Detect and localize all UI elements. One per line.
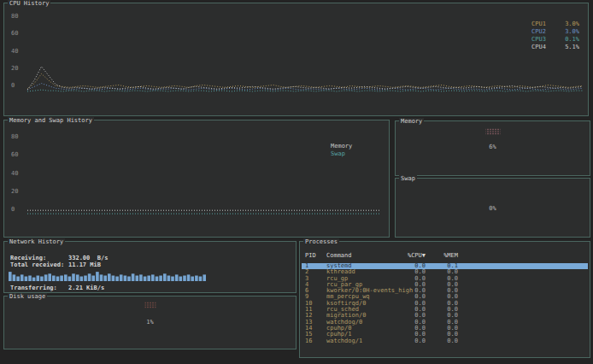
cpu-tick: 40	[11, 49, 18, 55]
total-received-label: Total received:	[10, 261, 68, 268]
cpu-tick: 60	[11, 31, 18, 37]
network-history-panel: Network History Receiving: 332.00 B/s To…	[3, 241, 296, 293]
network-history-title: Network History	[8, 238, 65, 245]
legend-item-cpu2: CPU23.0%	[531, 28, 579, 35]
process-mem: 0.0	[426, 338, 458, 344]
swap-gauge-title: Swap	[399, 175, 417, 182]
disk-usage-value: 1%	[4, 319, 296, 326]
cpu-legend: CPU13.0%CPU23.0%CPU30.1%CPU45.1%	[531, 21, 579, 50]
legend-item-memory: Memory	[331, 143, 379, 150]
process-pid: 16	[305, 338, 326, 344]
system-monitor-screen: CPU History 80 60 40 20 0 CPU13.0%CPU23.…	[0, 0, 593, 364]
column-header-pid[interactable]: PID	[305, 252, 326, 259]
memory-swap-history-panel: Memory and Swap History 80 60 40 20 0 Me…	[3, 120, 390, 238]
cpu-y-axis: 80 60 40 20 0	[11, 14, 18, 89]
memswap-tick: 40	[11, 171, 18, 177]
process-row-filler	[458, 326, 588, 332]
process-row-filler	[458, 307, 588, 313]
network-receiving-line: Receiving: 332.00 B/s	[10, 255, 108, 261]
cpu-tick: 0	[11, 83, 18, 89]
memory-gauge-panel: Memory 6%	[395, 120, 590, 176]
process-row-filler	[458, 276, 588, 282]
transferring-label: Transferring:	[10, 285, 68, 291]
cpu-history-panel: CPU History 80 60 40 20 0 CPU13.0%CPU23.…	[3, 3, 589, 116]
network-total-received-line: Total received: 11.17 MiB	[10, 261, 101, 268]
memswap-tick: 80	[11, 134, 18, 140]
memory-usage-value: 6%	[396, 144, 590, 150]
process-row-filler	[458, 313, 588, 319]
column-header-mem[interactable]: %MEM	[426, 252, 458, 259]
process-command: watchdog/1	[326, 338, 398, 344]
legend-item-cpu4: CPU45.1%	[531, 44, 579, 50]
total-received-value: 11.17 MiB	[68, 261, 101, 268]
transferring-value: 2.21 KiB/s	[68, 285, 104, 291]
receiving-value: 332.00 B/s	[68, 255, 108, 261]
processes-panel: Processes PID Command %CPU▼ %MEM 1system…	[299, 241, 590, 358]
memory-gauge-title: Memory	[399, 118, 424, 125]
process-row-filler	[458, 294, 588, 300]
memswap-tick: 0	[11, 207, 18, 213]
process-row-filler	[458, 338, 588, 344]
process-row-filler	[458, 269, 588, 275]
cpu-tick: 80	[11, 14, 18, 20]
process-row-filler	[458, 301, 588, 307]
process-row-filler	[458, 288, 588, 294]
processes-header-row: PID Command %CPU▼ %MEM	[305, 252, 586, 259]
process-rows: 1systemd0.00.12kthreadd0.00.03rcu_gp0.00…	[302, 263, 588, 344]
column-header-cpu-sort[interactable]: %CPU▼	[398, 252, 426, 259]
process-row-filler	[458, 332, 588, 338]
memory-swap-history-title: Memory and Swap History	[8, 117, 94, 124]
process-row-filler	[458, 263, 588, 269]
process-cpu: 0.0	[398, 338, 426, 344]
network-receive-sparkline	[9, 268, 207, 279]
memory-usage-dots	[485, 128, 500, 135]
cpu-history-chart	[26, 14, 584, 93]
legend-item-swap: Swap	[331, 150, 379, 157]
processes-title: Processes	[303, 238, 339, 245]
memswap-tick: 20	[11, 189, 18, 195]
legend-item-cpu3: CPU30.1%	[531, 36, 579, 43]
column-header-command[interactable]: Command	[326, 252, 398, 259]
process-row-watchdog/1[interactable]: 16watchdog/10.00.0	[302, 338, 588, 344]
memory-swap-history-chart	[26, 136, 382, 218]
legend-item-cpu1: CPU13.0%	[531, 21, 579, 27]
cpu-history-title: CPU History	[8, 0, 50, 7]
disk-usage-panel: Disk usage 1%	[3, 296, 296, 349]
receiving-label: Receiving:	[10, 255, 68, 261]
memory-swap-legend: MemorySwap	[331, 143, 379, 157]
process-row-filler	[458, 320, 588, 326]
memswap-tick: 60	[11, 152, 18, 158]
disk-usage-title: Disk usage	[8, 293, 47, 300]
memswap-y-axis: 80 60 40 20 0	[11, 134, 18, 213]
disk-usage-dots	[144, 302, 156, 308]
process-row-filler	[458, 282, 588, 288]
swap-gauge-panel: Swap 0%	[395, 178, 590, 238]
cpu-tick: 20	[11, 66, 18, 72]
swap-usage-value: 0%	[396, 205, 590, 212]
network-transferring-line: Transferring: 2.21 KiB/s	[10, 285, 104, 291]
